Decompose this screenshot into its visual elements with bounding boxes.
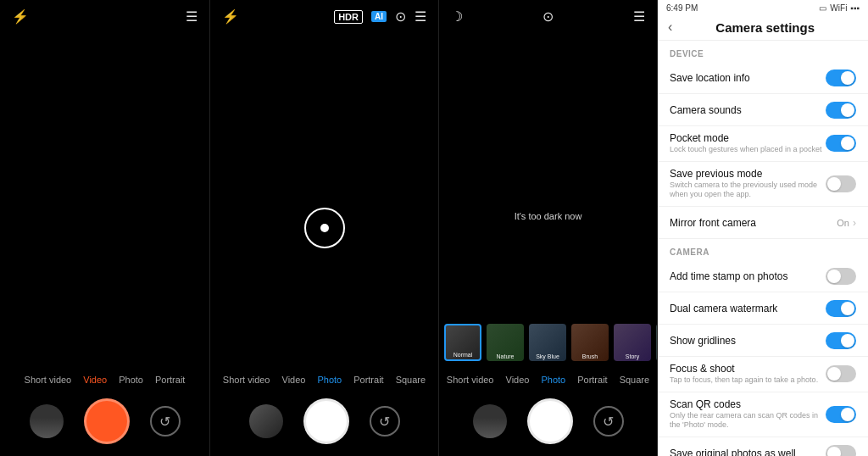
toggle-save-location[interactable] (826, 70, 856, 86)
settings-icon-p2[interactable]: ☰ (415, 8, 426, 25)
signal-icon: ▪▪▪ (850, 3, 860, 13)
mode-bar-p3: Short video Video Photo Portrait Square (439, 368, 657, 390)
shutter-button-p2[interactable] (303, 398, 349, 444)
camera-panel-photo: ⚡ HDR AI ⊙ ☰ Short video Video Photo Por… (210, 0, 439, 456)
mode-portrait-p3[interactable]: Portrait (577, 375, 607, 385)
setting-focus-shoot: Focus & shoot Tap to focus, then tap aga… (658, 357, 868, 392)
camera-panel-video: ⚡ ☰ Short video Video Photo Portrait ↺ (0, 0, 210, 456)
toolbar-left-p2: ⚡ (222, 8, 239, 25)
menu-icon-p3[interactable]: ☰ (633, 8, 645, 25)
toggle-camera-sounds[interactable] (826, 102, 856, 119)
mode-photo-p1[interactable]: Photo (119, 375, 143, 385)
wifi-icon: WiFi (830, 3, 847, 13)
setting-qr-codes-name: Scan QR codes (670, 398, 826, 410)
mode-video-p2[interactable]: Video (282, 375, 306, 385)
mode-shortvideo-p2[interactable]: Short video (223, 375, 270, 385)
panel3-toolbar: ☽ ⊙ ☰ (439, 0, 657, 33)
setting-save-original-name: Save original photos as well (670, 448, 826, 456)
controls-row-p3: ↺ (439, 390, 657, 456)
toggle-save-original[interactable] (826, 445, 856, 456)
toggle-gridlines[interactable] (826, 332, 856, 349)
mode-portrait-p2[interactable]: Portrait (353, 375, 383, 385)
setting-save-location: Save location info (658, 62, 868, 94)
mode-video-p1[interactable]: Video (83, 375, 107, 385)
night-mode-icon[interactable]: ☽ (451, 8, 463, 25)
setting-save-prev-mode: Save previous mode Switch camera to the … (658, 162, 868, 207)
mode-portrait-p1[interactable]: Portrait (155, 375, 185, 385)
setting-timestamp: Add time stamp on photos (658, 260, 868, 292)
battery-icon: ▭ (819, 3, 826, 13)
filter-nature-label: Nature (487, 353, 524, 359)
setting-save-original: Save original photos as well (658, 437, 868, 456)
settings-header: ‹ Camera settings (658, 14, 868, 41)
setting-camera-sounds: Camera sounds (658, 94, 868, 126)
mirror-front-chevron: › (853, 217, 856, 229)
controls-row-p1: ↺ (0, 390, 209, 456)
settings-body: DEVICE Save location info Camera sounds … (658, 41, 868, 456)
filter-brush-label: Brush (571, 353, 609, 359)
mode-video-p3[interactable]: Video (506, 375, 530, 385)
ai-badge[interactable]: AI (371, 11, 387, 22)
setting-mirror-front-name: Mirror front camera (670, 217, 837, 229)
mode-bar-p2: Short video Video Photo Portrait Square (210, 368, 438, 390)
mode-photo-p3[interactable]: Photo (541, 375, 565, 385)
rotate-button-p3[interactable]: ↺ (593, 406, 624, 437)
menu-icon-p1[interactable]: ☰ (186, 8, 198, 25)
toggle-qr-codes[interactable] (826, 406, 856, 423)
setting-save-prev-mode-desc: Switch camera to the previously used mod… (670, 181, 826, 200)
setting-watermark: Dual camera watermark (658, 292, 868, 325)
shutter-button-p1[interactable] (84, 398, 130, 444)
beauty-icon-p3[interactable]: ⊙ (542, 8, 554, 25)
toggle-timestamp[interactable] (826, 268, 856, 285)
too-dark-message: It's too dark now (515, 211, 582, 221)
controls-row-p2: ↺ (210, 390, 438, 456)
shutter-inner-p2 (320, 224, 329, 232)
setting-pocket-mode: Pocket mode Lock touch gestures when pla… (658, 126, 868, 162)
filter-childhood[interactable]: Childhood (656, 324, 657, 361)
setting-gridlines-name: Show gridlines (670, 335, 826, 347)
status-time: 6:49 PM (666, 3, 698, 13)
section-label-camera: CAMERA (658, 239, 868, 260)
setting-watermark-name: Dual camera watermark (670, 303, 826, 314)
shutter-button-p3[interactable] (527, 398, 573, 444)
filter-normal-label: Normal (446, 352, 480, 358)
setting-focus-shoot-name: Focus & shoot (670, 363, 826, 375)
rotate-button-p1[interactable]: ↺ (150, 406, 181, 437)
setting-qr-codes-desc: Only the rear camera can scan QR codes i… (670, 411, 826, 431)
setting-qr-codes: Scan QR codes Only the rear camera can s… (658, 392, 868, 437)
filter-skyblue-label: Sky Blue (529, 353, 566, 359)
panel2-toolbar: ⚡ HDR AI ⊙ ☰ (210, 0, 438, 33)
rotate-button-p2[interactable]: ↺ (370, 406, 400, 437)
filter-normal[interactable]: Normal (444, 324, 481, 361)
toggle-focus-shoot[interactable] (826, 365, 856, 382)
mode-square-p3[interactable]: Square (620, 375, 649, 385)
setting-mirror-front[interactable]: Mirror front camera On › (658, 207, 868, 239)
filter-nature[interactable]: Nature (487, 324, 524, 361)
toggle-save-prev-mode[interactable] (826, 175, 856, 192)
mode-shortvideo-p1[interactable]: Short video (25, 375, 72, 385)
toolbar-center-p2: HDR AI ⊙ ☰ (334, 8, 426, 25)
mirror-front-value: On (837, 218, 849, 228)
thumbnail-p3[interactable] (473, 404, 507, 438)
panel1-toolbar: ⚡ ☰ (0, 0, 209, 33)
thumbnail-p2[interactable] (249, 404, 283, 438)
filter-skyblue[interactable]: Sky Blue (529, 324, 566, 361)
beauty-icon[interactable]: ⊙ (395, 8, 406, 25)
status-icons: ▭ WiFi ▪▪▪ (819, 3, 860, 13)
flash-icon[interactable]: ⚡ (12, 8, 29, 25)
setting-focus-shoot-desc: Tap to focus, then tap again to take a p… (670, 375, 826, 386)
hdr-badge[interactable]: HDR (334, 10, 363, 24)
toggle-watermark[interactable] (826, 300, 856, 317)
flash-icon-p2[interactable]: ⚡ (222, 8, 239, 25)
toggle-pocket-mode[interactable] (826, 135, 856, 152)
settings-title: Camera settings (672, 20, 858, 35)
mode-square-p2[interactable]: Square (396, 375, 426, 385)
setting-pocket-mode-name: Pocket mode (670, 132, 826, 144)
mode-photo-p2[interactable]: Photo (317, 375, 342, 385)
filter-story[interactable]: Story (614, 324, 651, 361)
filter-brush[interactable]: Brush (571, 324, 609, 361)
thumbnail-p1[interactable] (30, 404, 64, 438)
setting-timestamp-name: Add time stamp on photos (670, 270, 826, 282)
status-bar: 6:49 PM ▭ WiFi ▪▪▪ (658, 0, 868, 14)
mode-shortvideo-p3[interactable]: Short video (447, 375, 494, 385)
